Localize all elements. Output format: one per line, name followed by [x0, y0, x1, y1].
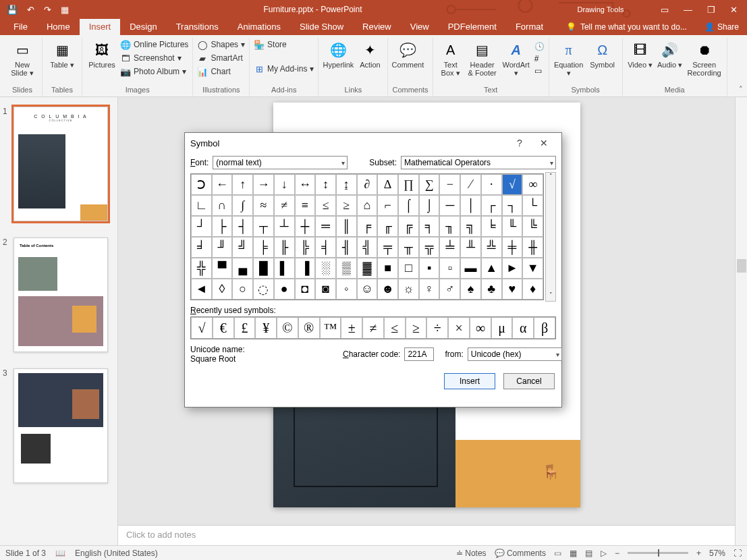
photo-album-button[interactable]: 📷Photo Album ▾ [120, 65, 188, 78]
symbol-cell[interactable]: ╠ [295, 237, 316, 258]
dialog-close-button[interactable]: ✕ [532, 138, 556, 148]
recent-symbol-cell[interactable]: ≠ [362, 317, 384, 339]
symbol-cell[interactable]: ∑ [419, 174, 440, 195]
symbol-cell[interactable]: ╚ [522, 216, 543, 237]
tab-view[interactable]: View [401, 19, 439, 35]
symbol-cell[interactable]: ┐ [502, 195, 523, 216]
symbol-cell[interactable]: ╨ [460, 237, 481, 258]
symbol-cell[interactable]: ■ [377, 258, 398, 279]
slide-thumbnails[interactable]: 1 C O L U M B I A COLLECTIVE 2 Table of … [0, 97, 118, 545]
tab-pdfelement[interactable]: PDFelement [439, 19, 506, 35]
symbol-cell[interactable]: ▄ [232, 258, 253, 279]
symbol-cell[interactable]: ♀ [419, 279, 440, 300]
symbol-cell[interactable]: ◄ [191, 279, 212, 300]
screen-recording-button[interactable]: ⏺Screen Recording [686, 38, 723, 77]
recent-symbol-cell[interactable]: ¥ [255, 317, 277, 339]
thumbnail-2[interactable]: Table of Contents [13, 237, 108, 352]
font-combo[interactable]: (normal text) [213, 156, 348, 169]
symbol-cell[interactable]: ► [502, 258, 523, 279]
comment-button[interactable]: 💬Comment [392, 38, 423, 69]
zoom-value[interactable]: 57% [709, 549, 725, 558]
audio-button[interactable]: 🔊Audio ▾ [657, 38, 684, 69]
fit-window-icon[interactable]: ⛶ [734, 549, 742, 558]
spellcheck-icon[interactable]: 📖 [55, 549, 65, 558]
symbol-cell[interactable]: ∆ [377, 174, 398, 195]
symbol-cell[interactable]: ↓ [274, 174, 295, 195]
symbol-cell[interactable]: ⌡ [419, 195, 440, 216]
symbol-cell[interactable]: ◊ [212, 279, 233, 300]
symbol-cell[interactable]: ▌ [274, 258, 295, 279]
recent-symbol-cell[interactable]: ™ [320, 317, 341, 339]
symbol-cell[interactable]: ♂ [439, 279, 460, 300]
store-button[interactable]: 🏪Store [254, 38, 314, 51]
recent-symbol-cell[interactable]: √ [191, 317, 213, 339]
symbol-cell[interactable]: → [253, 174, 274, 195]
thumbnail-3[interactable] [13, 368, 108, 483]
symbol-cell[interactable]: ≤ [315, 195, 336, 216]
symbol-cell[interactable]: ≡ [295, 195, 316, 216]
shapes-button[interactable]: ◯Shapes ▾ [197, 38, 245, 51]
zoom-in-icon[interactable]: + [696, 549, 701, 558]
symbol-cell[interactable]: ░ [315, 258, 336, 279]
recent-symbol-cell[interactable]: ÷ [426, 317, 448, 339]
symbol-cell[interactable]: ◙ [315, 279, 336, 300]
tab-home[interactable]: Home [37, 19, 80, 35]
tab-review[interactable]: Review [353, 19, 401, 35]
symbol-cell[interactable]: ∩ [212, 195, 233, 216]
symbol-cell[interactable]: ∞ [522, 174, 543, 195]
recent-symbol-cell[interactable]: μ [491, 317, 513, 339]
symbol-cell[interactable]: ∂ [357, 174, 378, 195]
thumbnail-1[interactable]: C O L U M B I A COLLECTIVE [13, 107, 108, 221]
undo-icon[interactable]: ↶ [27, 5, 34, 15]
redo-icon[interactable]: ↷ [44, 5, 51, 15]
symbol-cell[interactable]: ╫ [522, 237, 543, 258]
dialog-help-button[interactable]: ? [507, 138, 532, 148]
screenshot-button[interactable]: 🗔Screenshot ▾ [120, 51, 188, 65]
symbol-cell[interactable]: ╢ [336, 237, 357, 258]
recent-symbol-cell[interactable]: α [512, 317, 534, 339]
symbol-cell[interactable]: √ [502, 174, 523, 195]
symbol-cell[interactable]: ╞ [253, 237, 274, 258]
slideshow-view-icon[interactable]: ▷ [601, 549, 607, 558]
normal-view-icon[interactable]: ▭ [554, 549, 561, 558]
recent-symbol-cell[interactable]: ± [341, 317, 362, 339]
symbol-cell[interactable]: ╖ [439, 216, 460, 237]
symbol-cell[interactable]: ≈ [253, 195, 274, 216]
symbol-cell[interactable]: ▫ [439, 258, 460, 279]
header-footer-button[interactable]: ▤Header & Footer [467, 38, 498, 77]
symbol-cell[interactable]: ┬ [253, 216, 274, 237]
symbol-cell[interactable]: ○ [232, 279, 253, 300]
recent-symbols-grid[interactable]: √€£¥©®™±≠≤≥÷×∞μαβ [190, 316, 556, 339]
symbol-cell[interactable]: ↔ [295, 174, 316, 195]
hyperlink-button[interactable]: 🌐Hyperlink [323, 38, 354, 69]
zoom-out-icon[interactable]: − [615, 549, 619, 558]
symbol-cell[interactable]: ◌ [253, 279, 274, 300]
symbol-cell[interactable]: ▪ [419, 258, 440, 279]
symbol-cell[interactable]: ╒ [357, 216, 378, 237]
collapse-ribbon-icon[interactable]: ˄ [739, 85, 743, 94]
symbol-cell[interactable]: ╟ [274, 237, 295, 258]
tab-design[interactable]: Design [120, 19, 166, 35]
symbol-cell[interactable]: ☺ [357, 279, 378, 300]
from-combo[interactable]: Unicode (hex) [468, 347, 562, 361]
object-icon[interactable]: ▭ [534, 66, 545, 76]
symbol-cell[interactable]: ↕ [315, 174, 336, 195]
symbol-cell[interactable]: − [439, 174, 460, 195]
symbol-cell[interactable]: ↑ [232, 174, 253, 195]
symbol-cell[interactable]: ▬ [460, 258, 481, 279]
symbol-cell[interactable]: ╬ [191, 258, 212, 279]
symbol-cell[interactable]: ╧ [439, 237, 460, 258]
symbol-cell[interactable]: ◦ [336, 279, 357, 300]
symbol-cell[interactable]: ∏ [398, 174, 419, 195]
tab-format[interactable]: Format [506, 19, 553, 35]
symbol-grid[interactable]: Ͻ←↑→↓↔↕↨∂∆∏∑−∕∙√∞∟∩∫≈≠≡≤≥⌂⌐⌠⌡─│┌┐└┘├┤┬┴┼… [190, 173, 544, 300]
sorter-view-icon[interactable]: ▦ [570, 549, 577, 558]
smartart-button[interactable]: ▰SmartArt [197, 51, 245, 65]
save-icon[interactable]: 💾 [7, 5, 18, 15]
symbol-cell[interactable]: ● [274, 279, 295, 300]
symbol-cell[interactable]: ╙ [502, 216, 523, 237]
symbol-cell[interactable]: ╔ [398, 216, 419, 237]
symbol-button[interactable]: ΩSymbol [587, 38, 618, 69]
zoom-slider[interactable] [628, 552, 688, 554]
symbol-cell[interactable]: ▒ [336, 258, 357, 279]
